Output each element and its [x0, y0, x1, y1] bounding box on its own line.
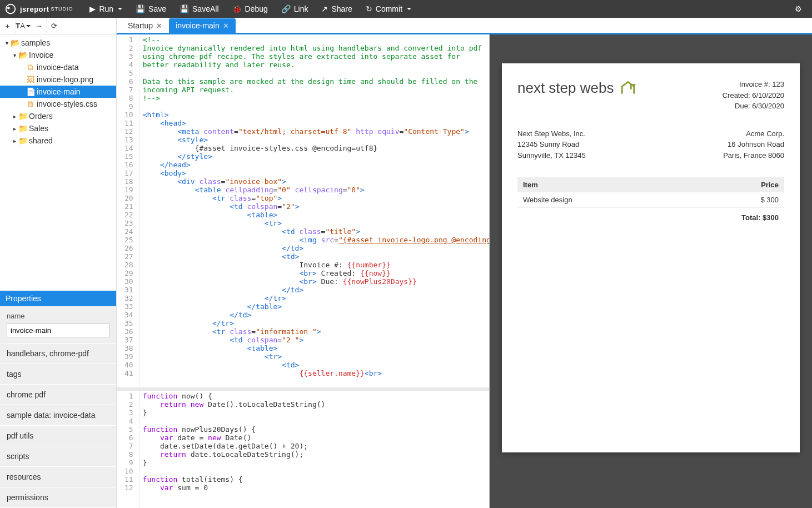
code-area[interactable]: <!--Invoice dynamically rendered into ht… — [140, 34, 489, 387]
main-area: Startup✕ invoice-main✕ 12345678910111213… — [117, 18, 812, 508]
logo-icon — [4, 3, 17, 15]
template-editor[interactable]: 1234567891011121314151617181920212223242… — [117, 34, 489, 387]
seller-address: Next Step Webs, Inc. 12345 Sunny Road Su… — [517, 128, 586, 161]
tree-folder-orders[interactable]: ▸📁Orders — [0, 110, 116, 122]
run-button[interactable]: ▶ Run — [84, 2, 128, 16]
gear-icon: ⚙ — [795, 4, 802, 13]
tab-bar: Startup✕ invoice-main✕ — [117, 18, 812, 34]
close-icon[interactable]: ✕ — [223, 22, 229, 30]
brand-name: jsreport — [20, 5, 49, 13]
helpers-editor[interactable]: 123456789101112 function now() { return … — [117, 387, 489, 509]
invoice-total: Total: $300 — [517, 208, 784, 227]
line-gutter: 123456789101112 — [117, 391, 140, 509]
expand-button[interactable]: → — [31, 18, 47, 34]
debug-button[interactable]: 🐞Debug — [227, 2, 273, 16]
buyer-address: Acme Corp. 16 Johnson Road Paris, France… — [723, 128, 784, 161]
folder-icon: 📁 — [18, 136, 28, 145]
tree-item-invoice-data[interactable]: 🗎invoice-data — [0, 61, 116, 73]
prop-resources[interactable]: resources — [0, 467, 116, 487]
settings-button[interactable]: ⚙ — [789, 2, 808, 16]
link-icon: 🔗 — [281, 4, 291, 13]
code-area[interactable]: function now() { return new Date().toLoc… — [140, 391, 489, 509]
prop-scripts[interactable]: scripts — [0, 446, 116, 467]
properties-panel: name handlebars, chrome-pdf tags chrome … — [0, 306, 116, 508]
prop-tags[interactable]: tags — [0, 364, 116, 385]
entity-tree: ▾📂samples ▾📂Invoice 🗎invoice-data 🖼invoi… — [0, 34, 116, 291]
svg-point-1 — [7, 7, 10, 9]
saveall-button[interactable]: 💾SaveAll — [174, 2, 224, 16]
prop-chrome[interactable]: chrome pdf — [0, 385, 116, 405]
tree-folder-samples[interactable]: ▾📂samples — [0, 37, 116, 49]
tree-folder-sales[interactable]: ▸📁Sales — [0, 122, 116, 135]
name-input[interactable] — [7, 323, 109, 337]
prop-permissions[interactable]: permissions — [0, 487, 116, 508]
invoice-meta: Invoice #: 123 Created: 6/10/2020 Due: 6… — [723, 79, 784, 112]
filter-button[interactable]: T A — [16, 18, 31, 34]
brand-logo: jsreport STUDIO — [4, 3, 73, 15]
prop-name[interactable]: name — [0, 306, 116, 343]
chevron-down-icon — [407, 8, 411, 10]
tab-startup[interactable]: Startup✕ — [121, 18, 169, 33]
image-icon: 🖼 — [26, 75, 36, 84]
svg-point-0 — [6, 4, 16, 14]
invoice-items-table: ItemPrice Website design$ 300 — [517, 177, 784, 208]
saveall-icon: 💾 — [180, 4, 189, 13]
folder-open-icon: 📂 — [10, 38, 20, 47]
preview-document: next step webs Invoice #: 123 Created: 6… — [502, 63, 800, 452]
commit-button[interactable]: ↻Commit — [360, 2, 417, 16]
data-icon: 🗎 — [26, 63, 36, 72]
left-toolbar: ＋ T A → ⟳ — [0, 18, 116, 34]
save-button[interactable]: 💾Save — [130, 2, 172, 16]
logo-mark-icon — [619, 79, 637, 97]
template-icon: 📄 — [26, 87, 36, 96]
brand-sub: STUDIO — [51, 6, 73, 12]
tree-folder-shared[interactable]: ▸📁shared — [0, 135, 116, 147]
preview-panel: next step webs Invoice #: 123 Created: 6… — [490, 34, 812, 508]
share-icon: ↗ — [321, 4, 328, 13]
tree-item-invoice-main[interactable]: 📄invoice-main — [0, 86, 116, 98]
prop-pdf-utils[interactable]: pdf utils — [0, 426, 116, 446]
properties-header: Properties — [0, 291, 116, 306]
table-row: Website design$ 300 — [517, 192, 784, 208]
share-button[interactable]: ↗Share — [316, 2, 357, 16]
tree-folder-invoice[interactable]: ▾📂Invoice — [0, 49, 116, 61]
folder-icon: 📁 — [18, 124, 28, 133]
top-menubar: jsreport STUDIO ▶ Run 💾Save 💾SaveAll 🐞De… — [0, 0, 812, 18]
commit-icon: ↻ — [366, 4, 372, 13]
css-icon: 🗎 — [26, 99, 36, 108]
folder-open-icon: 📂 — [18, 51, 28, 59]
bug-icon: 🐞 — [232, 4, 242, 13]
tree-item-invoice-logo[interactable]: 🖼invoice-logo.png — [0, 73, 116, 86]
prop-engine[interactable]: handlebars, chrome-pdf — [0, 343, 116, 364]
link-button[interactable]: 🔗Link — [276, 2, 314, 16]
refresh-button[interactable]: ⟳ — [47, 18, 62, 34]
close-icon[interactable]: ✕ — [156, 22, 162, 30]
invoice-logo: next step webs — [517, 79, 637, 97]
chevron-down-icon — [118, 8, 122, 10]
folder-icon: 📁 — [18, 112, 28, 121]
tab-invoice-main[interactable]: invoice-main✕ — [169, 18, 236, 33]
line-gutter: 1234567891011121314151617181920212223242… — [117, 34, 140, 387]
prop-sample-data[interactable]: sample data: invoice-data — [0, 405, 116, 426]
left-panel: ＋ T A → ⟳ ▾📂samples ▾📂Invoice 🗎invoice-d… — [0, 18, 117, 508]
save-icon: 💾 — [136, 4, 145, 13]
add-button[interactable]: ＋ — [0, 18, 16, 34]
tree-item-invoice-styles[interactable]: 🗎invoice-styles.css — [0, 98, 116, 110]
